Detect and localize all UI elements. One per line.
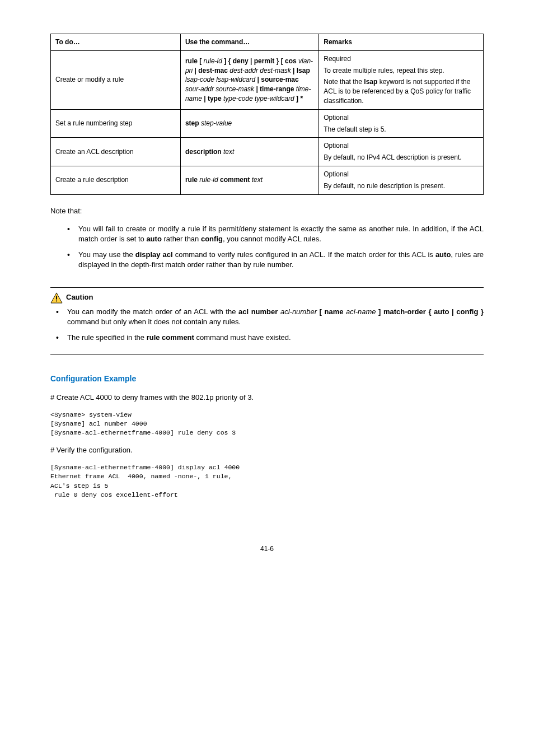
cell-cmd: rule rule-id comment text <box>180 166 318 194</box>
svg-rect-1 <box>56 296 57 299</box>
cell-remarks: Optional By default, no rule description… <box>319 166 484 194</box>
list-item: You will fail to create or modify a rule… <box>67 224 484 244</box>
list-item: The rule specified in the rule comment c… <box>56 333 484 343</box>
note-list: You will fail to create or modify a rule… <box>50 224 484 270</box>
th-todo: To do… <box>51 34 181 51</box>
section-heading: Configuration Example <box>50 374 484 385</box>
cell-remarks: Optional By default, no IPv4 ACL descrip… <box>319 138 484 166</box>
cell-todo: Create an ACL description <box>51 138 181 166</box>
table-row: Create an ACL description description te… <box>51 138 484 166</box>
page-number: 41-6 <box>50 544 484 554</box>
th-cmd: Use the command… <box>180 34 318 51</box>
table-row: Create or modify a rule rule [ rule-id ]… <box>51 50 484 109</box>
code-block: [Sysname-acl-ethernetframe-4000] display… <box>50 463 484 499</box>
cell-remarks: Required To create multiple rules, repea… <box>319 50 484 109</box>
code-block: <Sysname> system-view [Sysname] acl numb… <box>50 410 484 437</box>
cell-todo: Set a rule numbering step <box>51 109 181 138</box>
caution-block: Caution You can modify the match order o… <box>50 287 484 355</box>
cell-todo: Create a rule description <box>51 166 181 194</box>
list-item: You may use the display acl command to v… <box>67 250 484 270</box>
table-row: Create a rule description rule rule-id c… <box>51 166 484 194</box>
caution-icon <box>50 292 63 304</box>
example-step: # Create ACL 4000 to deny frames with th… <box>50 393 484 403</box>
cell-cmd: description text <box>180 138 318 166</box>
caution-label: Caution <box>66 292 93 302</box>
cell-todo: Create or modify a rule <box>51 50 181 109</box>
svg-rect-2 <box>56 300 57 301</box>
config-table: To do… Use the command… Remarks Create o… <box>50 34 484 195</box>
cell-cmd: step step-value <box>180 109 318 138</box>
table-row: Set a rule numbering step step step-valu… <box>51 109 484 138</box>
cell-remarks: Optional The default step is 5. <box>319 109 484 138</box>
list-item: You can modify the match order of an ACL… <box>56 307 484 327</box>
note-intro: Note that: <box>50 206 484 216</box>
example-step: # Verify the configuration. <box>50 445 484 455</box>
cell-cmd: rule [ rule-id ] { deny | permit } [ cos… <box>180 50 318 109</box>
th-remarks: Remarks <box>319 34 484 51</box>
